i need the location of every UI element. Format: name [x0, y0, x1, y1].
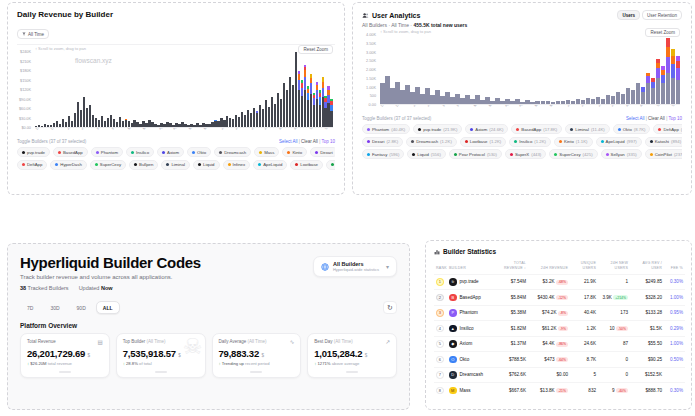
builder-legend-chip[interactable]: Kinto	[282, 147, 307, 157]
time-filter-chip[interactable]: All Time	[17, 29, 49, 39]
builder-legend-chip[interactable]: Phantom	[91, 147, 123, 157]
color-dot-icon	[454, 153, 457, 156]
builder-legend-chip[interactable]: SuperCexy	[90, 160, 126, 170]
fee-percent-link[interactable]: 0.29%	[670, 326, 683, 331]
table-row[interactable]: 6OOkto$788.5K$473-64%8.7K0$90.250.50%	[434, 352, 685, 368]
x-tick-label: Jun 15	[580, 105, 594, 111]
select-all-link[interactable]: Select All	[626, 116, 645, 121]
chart-bar	[636, 35, 641, 104]
users-tab-button[interactable]: Users	[617, 10, 640, 20]
select-all-link[interactable]: Select All	[279, 139, 298, 144]
builder-legend-chip[interactable]: Liquid(556)	[407, 149, 446, 159]
link-separator: |	[646, 116, 647, 121]
builder-legend-chip[interactable]: Dexari	[310, 147, 335, 157]
fee-percent-link[interactable]: 1.00%	[670, 341, 683, 346]
fee-percent-link[interactable]: 1.00%	[670, 295, 683, 300]
color-dot-icon	[315, 151, 318, 154]
chart-bar	[470, 35, 475, 104]
builder-statistics-panel: Builder Statistics RankBuilderTotal Reve…	[425, 240, 692, 410]
chart-bar	[385, 35, 390, 104]
range-90d-button[interactable]: 90D	[70, 301, 93, 314]
builder-legend-chip[interactable]: Okto(8.7K)	[613, 124, 651, 134]
builder-legend-chip[interactable]: Bullpen	[129, 160, 158, 170]
funnel-icon	[22, 32, 26, 36]
builder-legend-chip[interactable]: DefiApp	[17, 160, 47, 170]
fee-percent-link[interactable]: 0.30%	[670, 279, 683, 284]
color-dot-icon	[287, 151, 290, 154]
table-row[interactable]: 3PPhantom$5.38M$74.2K-8%40.4K173$133.280…	[434, 305, 685, 321]
range-7d-button[interactable]: 7D	[20, 301, 40, 314]
builder-legend-chip[interactable]: Fantasy(596)	[362, 149, 404, 159]
refresh-button[interactable]: ↻	[383, 301, 397, 314]
builder-legend-chip[interactable]: HyperDash	[50, 160, 87, 170]
fee-percent-link[interactable]: 0.95%	[670, 310, 683, 315]
table-row[interactable]: 1☠pvp.trade$7.54M$3.2K-68%21.9K1$249.850…	[434, 274, 685, 290]
legend-links: Select All | Clear All | Top 10	[279, 139, 335, 144]
builder-legend-chip[interactable]: Insilico(1.2K)	[509, 137, 551, 147]
builder-legend-chip[interactable]: Liminal	[161, 160, 190, 170]
builder-legend-chip[interactable]: Insilico	[126, 147, 154, 157]
builder-logo: M	[449, 387, 457, 395]
chart-bar	[666, 35, 671, 104]
clear-all-link[interactable]: Clear All	[648, 116, 665, 121]
builder-legend-chip[interactable]: BasedApp	[53, 147, 88, 157]
builder-legend-chip[interactable]: Pear Protocol	[326, 160, 335, 170]
top-10-link[interactable]: Top 10	[321, 139, 335, 144]
table-row[interactable]: 2BBasedApp$5.84M$430.4K-12%17.8K3.9K+214…	[434, 290, 685, 306]
chart-bar	[435, 35, 440, 104]
user-retention-tab-button[interactable]: User Retention	[642, 10, 682, 20]
users-chart-plot[interactable]	[380, 35, 680, 105]
fee-percent-link[interactable]: 0.50%	[670, 357, 683, 362]
clear-all-link[interactable]: Clear All	[301, 139, 318, 144]
table-row[interactable]: 7DDreamcash$762.6K$0.0050$152.5K	[434, 367, 685, 383]
builder-legend-chip[interactable]: Dreamcash	[214, 147, 251, 157]
builder-legend-chip[interactable]: Katoshi(894)	[645, 137, 682, 147]
builder-legend-chip[interactable]: Axiom	[157, 147, 184, 157]
builder-legend-chip[interactable]: Mass	[254, 147, 279, 157]
builder-legend-chip[interactable]: CoinPilot(237)	[645, 149, 682, 159]
builder-legend-chip[interactable]: Kinto(1.1K)	[554, 137, 593, 147]
bank-icon: ▤	[98, 339, 103, 345]
chart-bar	[450, 35, 455, 104]
builder-legend-chip[interactable]: SuperX(443)	[505, 149, 546, 159]
builder-legend-chip[interactable]: Dreamcash(1.2K)	[406, 137, 457, 147]
builder-legend-chip[interactable]: Infinex	[223, 160, 251, 170]
chart-bar	[440, 35, 445, 104]
table-row[interactable]: 5◆Axiom$1.37M$4.4K-86%24.6K87$55.501.00%	[434, 336, 685, 352]
chart-bar	[460, 35, 465, 104]
builder-select-dropdown[interactable]: All Builders Hyperliquid-wide statistics…	[313, 256, 397, 277]
y-tick-label: $150K	[20, 79, 31, 83]
x-tick-label: Apr 15	[172, 128, 186, 134]
builder-legend-chip[interactable]: Lootbase	[290, 160, 323, 170]
avg-rev-per-user-cell: $55.50	[630, 336, 664, 352]
revenue-chart-plot[interactable]	[35, 52, 333, 128]
range-30d-button[interactable]: 30D	[43, 301, 66, 314]
color-dot-icon	[96, 151, 99, 154]
delta-badge: -50%	[616, 326, 628, 331]
builder-legend-chip[interactable]: Okto	[187, 147, 211, 157]
column-header: Builder	[447, 259, 494, 274]
table-row[interactable]: 8MMass$667.6K$13.8K-21%8329-40%$888.700.…	[434, 383, 685, 399]
builder-legend-chip[interactable]: pvp.trade(21.9K)	[413, 124, 462, 134]
builder-legend-chip[interactable]: Dexari(2.8K)	[362, 137, 403, 147]
builder-legend-chip[interactable]: ApeLiquid(997)	[596, 137, 642, 147]
builder-legend-chip[interactable]: Sellyan(335)	[601, 149, 642, 159]
builder-legend-chip[interactable]: ApeLiquid	[253, 160, 287, 170]
builder-legend-chip[interactable]: Liquid	[193, 160, 219, 170]
range-all-button[interactable]: ALL	[96, 301, 120, 314]
top-10-link[interactable]: Top 10	[668, 116, 682, 121]
fee-percent-link[interactable]: 0.30%	[670, 388, 683, 393]
builder-legend-chip[interactable]: Liminal(11.4K)	[565, 124, 609, 134]
x-tick-label: Aug 15	[293, 128, 308, 134]
builder-legend-chip[interactable]: Phantom(40.4K)	[362, 124, 410, 134]
builder-legend-chip[interactable]: Axiom(24.6K)	[465, 124, 508, 134]
builder-legend-chip[interactable]: Pear Protocol(530)	[449, 149, 502, 159]
builder-legend-chip[interactable]: Lootbase(1.2K)	[460, 137, 506, 147]
builder-legend-chip[interactable]: BasedApp(17.8K)	[511, 124, 562, 134]
column-header[interactable]: Total Revenue ↕	[494, 259, 528, 274]
color-dot-icon	[658, 128, 661, 131]
table-row[interactable]: 4▲Insilico$1.82M$61.2K-9%1.2K10-50%$1.5K…	[434, 321, 685, 337]
builder-legend-chip[interactable]: SuperCexy(425)	[549, 149, 597, 159]
builder-legend-chip[interactable]: pvp.trade	[17, 147, 50, 157]
builder-legend-chip[interactable]: DefiApp(2.7K)	[653, 124, 682, 134]
